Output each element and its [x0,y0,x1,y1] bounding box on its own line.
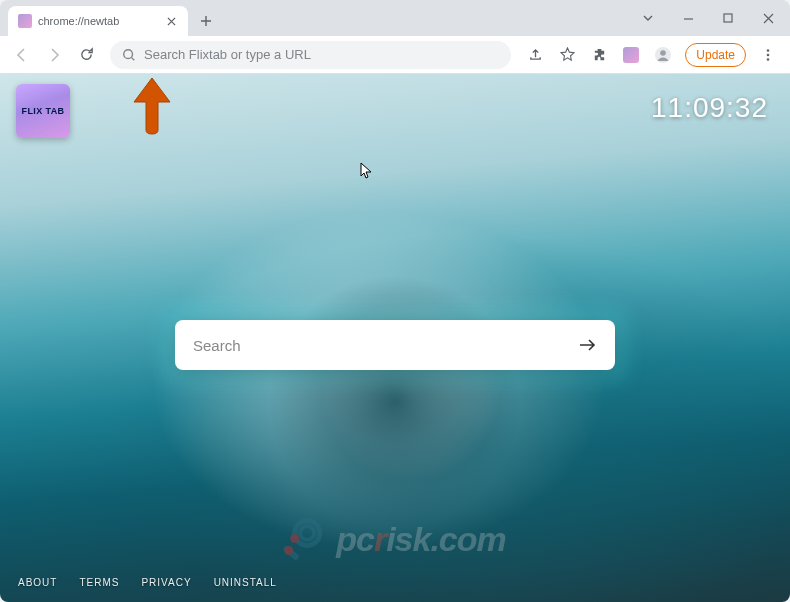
browser-tab[interactable]: chrome://newtab [8,6,188,36]
menu-icon[interactable] [754,41,782,69]
footer-terms[interactable]: TERMS [79,577,119,588]
pcrisk-watermark: pcrisk.com [284,516,506,562]
tab-favicon [18,14,32,28]
svg-rect-0 [724,14,732,22]
footer-nav: ABOUT TERMS PRIVACY UNINSTALL [18,577,277,588]
search-box[interactable] [175,320,615,370]
search-icon [122,48,136,62]
svg-point-3 [660,50,666,56]
omnibox[interactable] [110,41,511,69]
svg-point-5 [767,53,770,56]
svg-point-4 [767,49,770,52]
update-button[interactable]: Update [685,43,746,67]
new-tab-button[interactable] [194,9,218,33]
window-controls [632,0,784,36]
minimize-icon[interactable] [672,4,704,32]
page-search [175,320,615,370]
svg-point-6 [767,58,770,61]
pointer-arrow-annotation [130,76,174,136]
page-search-input[interactable] [193,337,579,354]
flixtab-extension-icon[interactable] [617,41,645,69]
close-icon[interactable] [164,14,178,28]
arrow-right-icon[interactable] [579,338,597,352]
flixtab-tile-label: FLIX TAB [21,107,64,116]
svg-point-1 [124,49,133,58]
clock-display: 11:09:32 [651,92,768,124]
profile-icon[interactable] [649,41,677,69]
magnifier-icon [284,516,330,562]
chevron-down-icon[interactable] [632,4,664,32]
close-window-icon[interactable] [752,4,784,32]
footer-privacy[interactable]: PRIVACY [141,577,191,588]
browser-titlebar: chrome://newtab [0,0,790,36]
back-button[interactable] [8,41,36,69]
page-viewport: FLIX TAB 11:09:32 pcrisk.com ABOUT TERMS… [0,74,790,602]
browser-toolbar: Update [0,36,790,74]
reload-button[interactable] [72,41,100,69]
forward-button[interactable] [40,41,68,69]
bookmark-icon[interactable] [553,41,581,69]
watermark-text: pcrisk.com [336,520,506,559]
tab-title: chrome://newtab [38,15,119,27]
share-icon[interactable] [521,41,549,69]
extensions-icon[interactable] [585,41,613,69]
footer-about[interactable]: ABOUT [18,577,57,588]
maximize-icon[interactable] [712,4,744,32]
footer-uninstall[interactable]: UNINSTALL [214,577,277,588]
flixtab-tile[interactable]: FLIX TAB [16,84,70,138]
omnibox-input[interactable] [144,47,499,62]
